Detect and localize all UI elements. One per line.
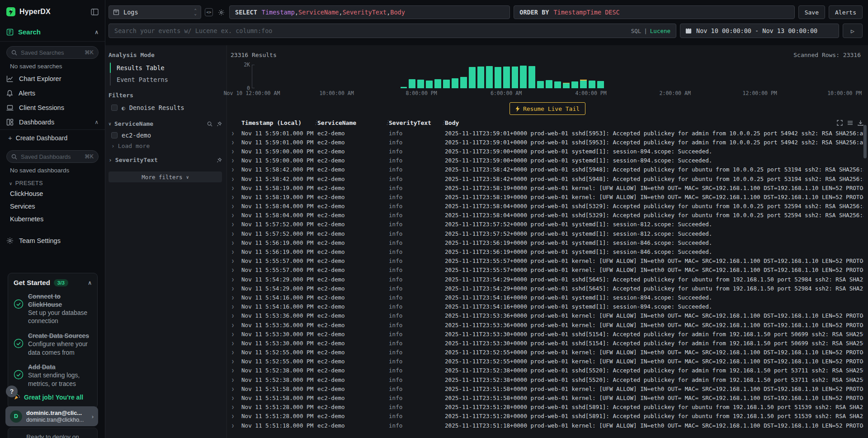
table-row[interactable]: ❯Nov 11 5:55:57.000 PMec2-demoinfo2025-1… [231,266,863,275]
more-filters-button[interactable]: More filters ∨ [108,171,222,182]
col-severitytext[interactable]: ⋮SeverityText [386,119,442,126]
row-expand-chevron-icon[interactable]: ❯ [231,249,239,254]
get-started-step[interactable]: Add DataStart sending logs, metrics, or … [14,363,92,388]
histogram-bar[interactable] [452,78,458,88]
date-range-picker[interactable]: Nov 10 00:00:00 - Nov 13 00:00:00 [680,24,839,38]
table-row[interactable]: ❯Nov 11 5:58:42.000 PMec2-demoinfo2025-1… [231,165,863,174]
histogram-bar[interactable] [434,79,441,88]
table-row[interactable]: ❯Nov 11 5:55:57.000 PMec2-demoinfo2025-1… [231,257,863,266]
get-started-step[interactable]: Connect to ClickHouseSet up your databas… [14,293,92,326]
table-row[interactable]: ❯Nov 11 5:53:36.000 PMec2-demoinfo2025-1… [231,320,863,329]
row-expand-chevron-icon[interactable]: ❯ [231,395,239,400]
histogram-bar[interactable] [409,79,415,88]
row-expand-chevron-icon[interactable]: ❯ [231,213,239,218]
table-row[interactable]: ❯Nov 11 5:52:38.000 PMec2-demoinfo2025-1… [231,366,863,375]
analysis-mode-tab-event-patterns[interactable]: Event Patterns [111,74,222,86]
save-button[interactable]: Save [798,5,825,19]
chevron-up-icon[interactable]: ∧ [94,29,99,35]
denoise-results-checkbox[interactable]: ◐ Denoise Results [108,102,222,113]
row-expand-chevron-icon[interactable]: ❯ [231,359,239,364]
col-servicename[interactable]: ⋮ServiceName [315,119,386,126]
row-expand-chevron-icon[interactable]: ❯ [231,158,239,163]
row-expand-chevron-icon[interactable]: ❯ [231,405,239,409]
chevron-up-icon[interactable]: ∧ [94,119,99,125]
table-row[interactable]: ❯Nov 11 5:51:58.000 PMec2-demoinfo2025-1… [231,393,863,402]
histogram-bar[interactable] [589,81,595,88]
row-expand-chevron-icon[interactable]: ❯ [231,186,239,190]
filter-group-severitytext[interactable]: › SeverityText [108,157,222,163]
table-row[interactable]: ❯Nov 11 5:53:30.000 PMec2-demoinfo2025-1… [231,329,863,338]
histogram-bar[interactable] [520,66,527,88]
table-row[interactable]: ❯Nov 11 5:51:28.000 PMec2-demoinfo2025-1… [231,412,863,421]
table-row[interactable]: ❯Nov 11 5:58:19.000 PMec2-demoinfo2025-1… [231,192,863,201]
order-by-input[interactable]: ORDER BY TimestampTime DESC [514,5,794,19]
table-row[interactable]: ❯Nov 11 5:53:30.000 PMec2-demoinfo2025-1… [231,338,863,348]
histogram-bar[interactable] [512,67,519,88]
histogram-bar[interactable] [495,67,501,88]
filter-group-servicename[interactable]: ∨ ServiceName [108,120,222,127]
create-dashboard-button[interactable]: + Create Dashboard [0,130,105,146]
row-expand-chevron-icon[interactable]: ❯ [231,176,239,181]
help-button[interactable]: ? [6,386,18,397]
histogram-bar[interactable] [503,67,510,88]
checkbox[interactable] [111,132,118,138]
load-more-link[interactable]: › Load more [111,143,222,149]
sidebar-item-client-sessions[interactable]: Client Sessions [0,100,105,115]
sidebar-item-alerts[interactable]: Alerts [0,86,105,100]
histogram-bar[interactable] [401,87,407,88]
col-timestamp[interactable]: Timestamp (Local) [239,119,315,126]
lang-lucene[interactable]: Lucene [650,28,670,34]
histogram-bar[interactable] [477,67,484,88]
row-expand-chevron-icon[interactable]: ❯ [231,277,239,282]
column-resize-handle[interactable]: ⋮ [440,119,446,126]
row-expand-chevron-icon[interactable]: ❯ [231,131,239,136]
preset-dashboard-link[interactable]: Kubernetes [0,213,105,225]
row-expand-chevron-icon[interactable]: ❯ [231,350,239,355]
histogram-bar[interactable] [580,80,587,88]
table-row[interactable]: ❯Nov 11 5:58:42.000 PMec2-demoinfo2025-1… [231,174,863,183]
col-body[interactable]: ⋮Body [442,119,838,126]
table-row[interactable]: ❯Nov 11 5:59:01.000 PMec2-demoinfo2025-1… [231,129,863,138]
row-expand-chevron-icon[interactable]: ❯ [231,167,239,172]
lang-sql[interactable]: SQL [631,28,642,34]
table-row[interactable]: ❯Nov 11 5:52:55.000 PMec2-demoinfo2025-1… [231,357,863,366]
histogram-bar[interactable] [460,77,467,88]
row-expand-chevron-icon[interactable]: ❯ [231,267,239,272]
table-row[interactable]: ❯Nov 11 5:54:29.000 PMec2-demoinfo2025-1… [231,275,863,284]
table-row[interactable]: ❯Nov 11 5:56:19.000 PMec2-demoinfo2025-1… [231,247,863,256]
row-expand-chevron-icon[interactable]: ❯ [231,313,239,318]
row-expand-chevron-icon[interactable]: ❯ [231,341,239,346]
sidebar-item-dashboards[interactable]: Dashboards ∧ [0,115,105,129]
table-row[interactable]: ❯Nov 11 5:54:29.000 PMec2-demoinfo2025-1… [231,284,863,293]
sidebar-item-team-settings[interactable]: Team Settings [0,233,105,248]
table-row[interactable]: ❯Nov 11 5:57:52.000 PMec2-demoinfo2025-1… [231,229,863,238]
settings-gear-icon[interactable] [217,8,226,17]
histogram-bar[interactable] [597,81,604,88]
code-editor-icon[interactable]: <> [205,8,213,16]
chevron-up-icon[interactable]: ∧ [88,280,92,286]
table-row[interactable]: ❯Nov 11 5:52:55.000 PMec2-demoinfo2025-1… [231,348,863,357]
saved-dashboards-input[interactable]: Saved Dashboards ⌘K [6,150,99,163]
preset-dashboard-link[interactable]: ClickHouse [0,187,105,200]
table-row[interactable]: ❯Nov 11 5:58:04.000 PMec2-demoinfo2025-1… [231,202,863,211]
row-expand-chevron-icon[interactable]: ❯ [231,195,239,200]
row-expand-chevron-icon[interactable]: ❯ [231,414,239,419]
histogram-bar[interactable] [469,67,476,88]
histogram-bar[interactable] [443,80,450,88]
row-expand-chevron-icon[interactable]: ❯ [231,386,239,391]
pin-icon[interactable] [217,121,222,127]
row-expand-chevron-icon[interactable]: ❯ [231,222,239,227]
row-expand-chevron-icon[interactable]: ❯ [231,286,239,291]
select-clause-input[interactable]: SELECT Timestamp,ServiceName,SeverityTex… [229,5,510,19]
row-expand-chevron-icon[interactable]: ❯ [231,423,239,428]
histogram-bar[interactable] [546,80,552,88]
sidebar-item-search[interactable]: Search ∧ [0,24,105,41]
table-row[interactable]: ❯Nov 11 5:59:00.000 PMec2-demoinfo2025-1… [231,147,863,156]
row-expand-chevron-icon[interactable]: ❯ [231,258,239,263]
table-row[interactable]: ❯Nov 11 5:54:16.000 PMec2-demoinfo2025-1… [231,302,863,311]
histogram-bar[interactable] [554,81,561,88]
vertical-scrollbar[interactable] [863,125,867,158]
row-density-icon[interactable] [847,120,853,126]
histogram-bar[interactable] [426,81,433,88]
get-started-step[interactable]: Create Data SourcesConfigure where your … [14,332,92,357]
